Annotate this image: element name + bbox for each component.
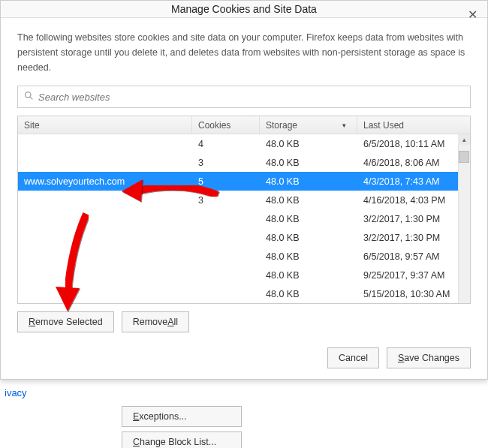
- sort-indicator-icon: ▾: [342, 122, 346, 129]
- column-header-storage[interactable]: Storage▾: [260, 116, 357, 134]
- change-blocklist-button[interactable]: Change Block List...: [122, 431, 242, 448]
- vertical-scrollbar[interactable]: ▴: [458, 134, 470, 303]
- dialog-title: Manage Cookies and Site Data: [171, 3, 317, 15]
- remove-all-button[interactable]: Remove All: [122, 311, 189, 332]
- remove-selected-button[interactable]: Remove Selected: [17, 311, 114, 332]
- save-changes-button[interactable]: Save Changes: [387, 347, 471, 368]
- cell-cookies: 5: [192, 176, 260, 187]
- table-row[interactable]: 348.0 KB4/16/2018, 4:03 PM: [18, 191, 470, 209]
- exceptions-button[interactable]: Exceptions...: [122, 406, 242, 427]
- cell-storage: 48.0 KB: [260, 158, 357, 168]
- scrollbar-thumb[interactable]: [459, 151, 469, 163]
- dialog-header: Manage Cookies and Site Data ✕: [1, 1, 487, 18]
- svg-line-1: [30, 97, 32, 99]
- table-body[interactable]: 448.0 KB6/5/2018, 10:11 AM348.0 KB4/6/20…: [18, 134, 470, 303]
- cell-storage: 48.0 KB: [260, 233, 357, 243]
- cell-last-used: 3/2/2017, 1:30 PM: [357, 233, 470, 243]
- cell-last-used: 9/25/2017, 9:37 AM: [357, 270, 470, 281]
- svg-point-0: [26, 92, 31, 98]
- manage-cookies-dialog: Manage Cookies and Site Data ✕ The follo…: [0, 0, 488, 380]
- cancel-button[interactable]: Cancel: [327, 347, 379, 368]
- column-header-last-used[interactable]: Last Used: [357, 116, 470, 134]
- cell-last-used: 6/5/2018, 9:57 AM: [357, 251, 470, 262]
- cell-last-used: 6/5/2018, 10:11 AM: [357, 139, 470, 149]
- background-preferences-page: ivacy Exceptions... Change Block List...: [0, 380, 488, 448]
- cell-site: www.solveyourtech.com: [18, 176, 192, 187]
- cell-last-used: 4/3/2018, 7:43 AM: [357, 176, 470, 187]
- search-field-wrapper[interactable]: [17, 86, 471, 108]
- column-header-cookies[interactable]: Cookies: [192, 116, 260, 134]
- cookies-table: Site Cookies Storage▾ Last Used 448.0 KB…: [17, 116, 471, 304]
- column-header-site[interactable]: Site: [18, 116, 192, 134]
- cell-cookies: 3: [192, 195, 260, 206]
- cell-storage: 48.0 KB: [260, 214, 357, 224]
- table-header: Site Cookies Storage▾ Last Used: [18, 116, 470, 134]
- cell-last-used: 4/16/2018, 4:03 PM: [357, 195, 470, 206]
- table-row[interactable]: 48.0 KB3/2/2017, 1:30 PM: [18, 209, 470, 228]
- dialog-description: The following websites store cookies and…: [17, 30, 471, 75]
- cell-storage: 48.0 KB: [260, 270, 357, 281]
- table-row[interactable]: www.solveyourtech.com548.0 KB4/3/2018, 7…: [18, 172, 470, 191]
- cell-last-used: 3/2/2017, 1:30 PM: [357, 214, 470, 224]
- cell-last-used: 4/6/2018, 8:06 AM: [357, 158, 470, 168]
- cell-storage: 48.0 KB: [260, 251, 357, 262]
- scroll-up-icon[interactable]: ▴: [458, 134, 470, 145]
- table-row[interactable]: 48.0 KB6/5/2018, 9:57 AM: [18, 247, 470, 266]
- cell-storage: 48.0 KB: [260, 139, 357, 149]
- table-row[interactable]: 448.0 KB6/5/2018, 10:11 AM: [18, 134, 470, 153]
- privacy-link[interactable]: ivacy: [5, 387, 27, 398]
- table-row[interactable]: 48.0 KB3/2/2017, 1:30 PM: [18, 228, 470, 247]
- table-row[interactable]: 48.0 KB5/15/2018, 10:30 AM: [18, 284, 470, 303]
- cell-storage: 48.0 KB: [260, 289, 357, 299]
- table-row[interactable]: 48.0 KB9/25/2017, 9:37 AM: [18, 266, 470, 284]
- cell-cookies: 4: [192, 139, 260, 149]
- cell-last-used: 5/15/2018, 10:30 AM: [357, 289, 470, 299]
- search-input[interactable]: [38, 92, 464, 103]
- search-icon: [24, 91, 34, 103]
- cell-cookies: 3: [192, 158, 260, 168]
- cell-storage: 48.0 KB: [260, 195, 357, 206]
- close-icon[interactable]: ✕: [463, 5, 481, 23]
- table-row[interactable]: 348.0 KB4/6/2018, 8:06 AM: [18, 153, 470, 172]
- cell-storage: 48.0 KB: [260, 176, 357, 187]
